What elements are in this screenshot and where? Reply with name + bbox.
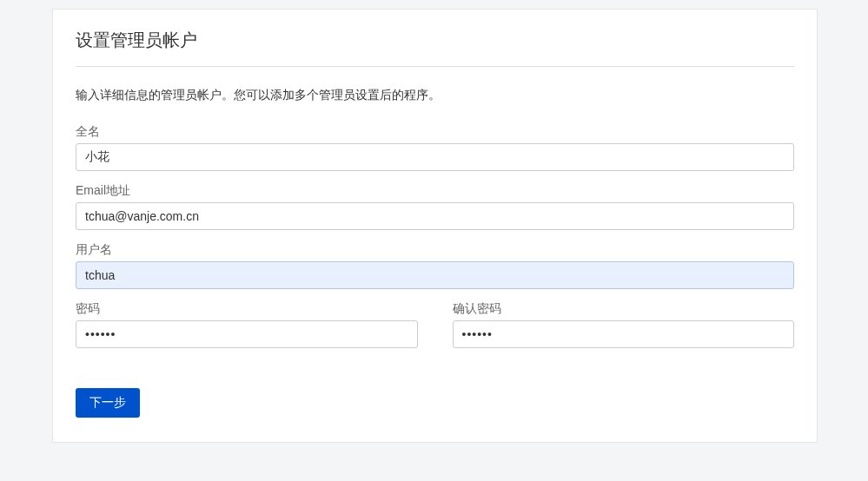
- username-group: 用户名: [76, 242, 794, 289]
- username-input[interactable]: [76, 261, 794, 289]
- fullname-group: 全名: [76, 124, 794, 171]
- page-title: 设置管理员帐户: [76, 29, 794, 52]
- confirm-password-label: 确认密码: [453, 301, 795, 317]
- confirm-password-input[interactable]: [453, 320, 795, 348]
- fullname-label: 全名: [76, 124, 794, 140]
- password-label: 密码: [76, 301, 418, 317]
- email-input[interactable]: [76, 202, 794, 230]
- divider: [76, 66, 794, 67]
- setup-card: 设置管理员帐户 输入详细信息的管理员帐户。您可以添加多个管理员设置后的程序。 全…: [52, 9, 818, 443]
- next-button[interactable]: 下一步: [76, 388, 140, 418]
- password-input[interactable]: [76, 320, 418, 348]
- email-group: Email地址: [76, 183, 794, 230]
- password-group: 密码: [76, 301, 418, 348]
- page-description: 输入详细信息的管理员帐户。您可以添加多个管理员设置后的程序。: [76, 88, 794, 103]
- confirm-password-group: 确认密码: [453, 301, 795, 348]
- email-label: Email地址: [76, 183, 794, 199]
- password-row: 密码 确认密码: [76, 301, 794, 360]
- fullname-input[interactable]: [76, 143, 794, 171]
- username-label: 用户名: [76, 242, 794, 258]
